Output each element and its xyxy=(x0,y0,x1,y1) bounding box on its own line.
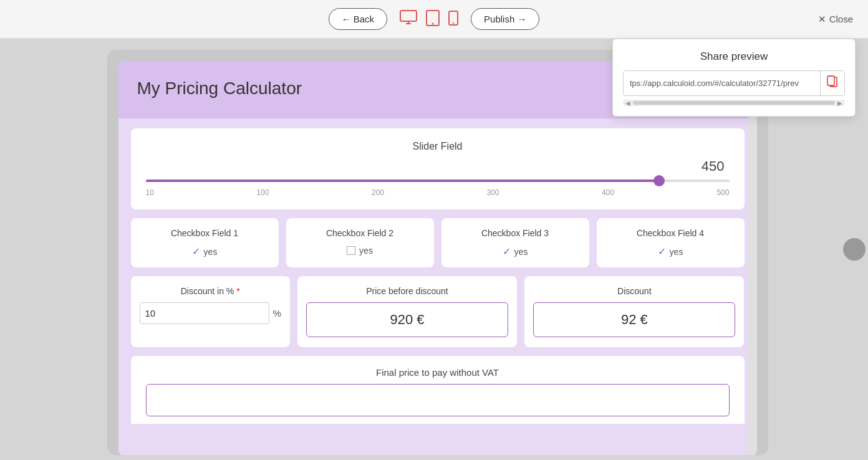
slider-tick1: 100 xyxy=(256,188,269,197)
discount-percent-input[interactable] xyxy=(140,302,269,324)
close-button[interactable]: ✕ Close xyxy=(818,14,853,25)
price-row: Discount in % * % Price before di xyxy=(131,276,745,347)
price-before-discount-label: Price before discount xyxy=(306,286,508,296)
slider-max: 500 xyxy=(716,188,729,197)
slider-fill xyxy=(146,180,660,182)
slider-value: 450 xyxy=(146,158,730,175)
price-before-discount-value: 920 € xyxy=(306,302,508,337)
checkbox-label-1: Checkbox Field 1 xyxy=(138,228,271,238)
svg-rect-0 xyxy=(400,11,417,21)
checkmark-icon-1: ✓ xyxy=(192,246,200,257)
final-price-card: Final price to pay without VAT xyxy=(131,356,745,424)
checkbox-card-4: Checkbox Field 4 ✓ yes xyxy=(597,218,745,267)
slider-min: 10 xyxy=(146,188,154,197)
back-button[interactable]: ← Back xyxy=(329,8,388,30)
handle-circle[interactable] xyxy=(843,238,866,261)
svg-point-6 xyxy=(453,22,454,23)
calculator-content: My Pricing Calculator Slider Field 450 xyxy=(118,61,757,455)
slider-tick4: 400 xyxy=(602,188,614,197)
share-url-text: tps://app.calculoid.com/#/calculator/327… xyxy=(624,74,820,92)
checkbox-card-1: Checkbox Field 1 ✓ yes xyxy=(131,218,279,267)
slider-card: Slider Field 450 10 100 xyxy=(131,128,745,209)
discount-input-row: % xyxy=(140,302,281,324)
checkbox-item-1[interactable]: ✓ yes xyxy=(138,246,271,257)
slider-thumb[interactable] xyxy=(653,175,665,186)
discount-percent-label: Discount in % * xyxy=(140,286,281,296)
discount-percent-card: Discount in % * % xyxy=(131,276,290,347)
price-before-discount-card: Price before discount 920 € xyxy=(297,276,517,347)
left-area xyxy=(0,39,34,460)
share-preview-panel: Share preview tps://app.calculoid.com/#/… xyxy=(612,39,856,117)
checkmark-icon-3: ✓ xyxy=(503,246,511,257)
checkbox-row: Checkbox Field 1 ✓ yes Checkbox Field 2 xyxy=(131,218,745,267)
scroll-right-arrow[interactable]: ▶ xyxy=(837,100,842,107)
tablet-inner: My Pricing Calculator Slider Field 450 xyxy=(118,61,757,455)
share-preview-title: Share preview xyxy=(623,50,845,63)
scrollbar[interactable] xyxy=(748,61,757,455)
checkbox-value-3: yes xyxy=(514,247,528,257)
slider-track xyxy=(146,180,730,182)
checkbox-value-2: yes xyxy=(359,246,373,256)
slider-labels: 10 100 200 300 400 500 xyxy=(146,188,730,197)
calculator-body: Slider Field 450 10 100 xyxy=(118,118,757,434)
discount-unit: % xyxy=(273,308,281,319)
checkbox-label-4: Checkbox Field 4 xyxy=(604,228,737,238)
checkbox-card-3: Checkbox Field 3 ✓ yes xyxy=(441,218,589,267)
checkbox-value-1: yes xyxy=(204,247,218,257)
toolbar-center: ← Back xyxy=(329,8,540,30)
discount-label: Discount xyxy=(533,286,735,296)
svg-point-4 xyxy=(432,22,434,24)
share-url-row: tps://app.calculoid.com/#/calculator/327… xyxy=(623,70,845,96)
mobile-icon[interactable] xyxy=(448,11,458,28)
tablet-icon[interactable] xyxy=(426,10,440,29)
slider-tick2: 200 xyxy=(372,188,384,197)
final-price-label: Final price to pay without VAT xyxy=(146,367,730,378)
copy-url-button[interactable] xyxy=(820,71,844,95)
checkbox-unchecked-icon-2 xyxy=(347,246,355,255)
publish-button[interactable]: Publish → xyxy=(471,8,539,30)
checkbox-item-2[interactable]: yes xyxy=(294,246,427,256)
device-icons xyxy=(400,10,458,29)
final-price-input xyxy=(146,384,730,416)
checkbox-label-2: Checkbox Field 2 xyxy=(294,228,427,238)
scroll-left-arrow[interactable]: ◀ xyxy=(625,100,630,107)
required-star: * xyxy=(236,286,239,296)
checkbox-item-4[interactable]: ✓ yes xyxy=(604,246,737,257)
slider-tick3: 300 xyxy=(486,188,499,197)
slider-label: Slider Field xyxy=(146,141,730,152)
checkmark-icon-4: ✓ xyxy=(658,246,666,257)
checkbox-item-3[interactable]: ✓ yes xyxy=(449,246,582,257)
desktop-icon[interactable] xyxy=(400,10,417,29)
checkbox-label-3: Checkbox Field 3 xyxy=(449,228,582,238)
discount-value: 92 € xyxy=(533,302,735,337)
svg-rect-8 xyxy=(827,76,834,85)
discount-card: Discount 92 € xyxy=(524,276,744,347)
checkbox-card-2: Checkbox Field 2 yes xyxy=(286,218,434,267)
toolbar: ← Back xyxy=(0,0,868,39)
slider-track-container[interactable] xyxy=(146,177,730,184)
checkbox-value-4: yes xyxy=(670,247,683,257)
